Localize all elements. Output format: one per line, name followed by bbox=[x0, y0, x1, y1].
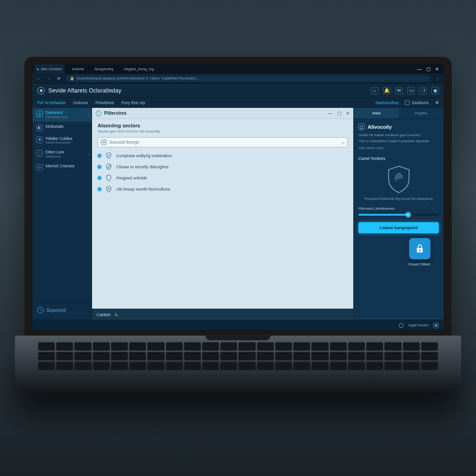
url-field[interactable]: 🔒 Dunerfirstwand ateaury, Axhinth Athmon… bbox=[66, 75, 430, 82]
option-label: Alit hnsop veorth hiorcrofions bbox=[116, 187, 170, 192]
window-minimize-button[interactable]: — bbox=[417, 66, 422, 72]
layers-icon: ◧ bbox=[36, 125, 43, 131]
support-icon: ? bbox=[37, 307, 44, 313]
panel-minimize-icon[interactable]: — bbox=[328, 111, 332, 116]
tab-icon: ▸ bbox=[37, 67, 39, 71]
lock-icon: 🔒 bbox=[70, 76, 74, 80]
sidebar-item-label: Moltorials bbox=[46, 125, 64, 129]
padlock-icon bbox=[415, 244, 425, 254]
chevron-right-icon: › bbox=[88, 112, 90, 117]
sessions-icon bbox=[405, 100, 410, 105]
topnav-item-3[interactable]: Prbettives bbox=[95, 100, 114, 105]
search-input[interactable] bbox=[109, 140, 339, 145]
sidebar-item-events[interactable]: ▭ Mernet Cremes bbox=[33, 161, 92, 173]
option-label: Pergeed ortintds bbox=[116, 176, 147, 180]
sidebar-item-codes[interactable]: ✻ Pitsibe Coldes Hasell Avchawies bbox=[33, 134, 92, 148]
window-close-button[interactable]: ✕ bbox=[435, 66, 439, 72]
sidebar-item-materials[interactable]: ◧ Moltorials bbox=[33, 122, 92, 134]
section-subtitle: Seurle gas rtnnd bont for nib snworlity bbox=[98, 129, 348, 133]
option-row-4[interactable]: Alit hnsop veorth hiorcrofions bbox=[98, 185, 348, 193]
header-window-icon[interactable]: ▭ bbox=[407, 87, 415, 94]
header-home-icon[interactable]: ⌂ bbox=[371, 87, 378, 94]
browser-tab-2[interactable]: Avitche bbox=[69, 67, 87, 71]
return-icon[interactable]: ↳ bbox=[114, 312, 118, 317]
browser-tab-4[interactable]: Hegare_Aung_Ing bbox=[121, 67, 157, 71]
protection-slider[interactable] bbox=[358, 214, 439, 216]
right-title-text: Alivocoily bbox=[368, 124, 392, 130]
right-tab-1[interactable]: JMatl bbox=[354, 108, 399, 119]
right-panel: JMatl Pegline ⬚ Alivocoily Gnettr hie In… bbox=[353, 108, 443, 320]
right-desc-2: Thie o Odhumtine ii teate Funsethier dto… bbox=[358, 139, 439, 143]
nav-reload-button[interactable]: ⟳ bbox=[56, 76, 62, 81]
tab-label: Hegare_Aung_Ing bbox=[124, 67, 154, 71]
right-tabs: JMatl Pegline bbox=[354, 108, 443, 119]
field-prefix-icon: ▤ bbox=[101, 139, 106, 145]
svg-line-0 bbox=[107, 165, 111, 169]
status-text: Iugal hesers bbox=[408, 323, 429, 327]
header-mail-icon[interactable]: ✉ bbox=[395, 87, 403, 94]
header-avatar-icon[interactable]: ◉ bbox=[431, 87, 439, 94]
bullet-icon bbox=[98, 165, 101, 169]
app-title: Sevide Aftarets Ocloratleday bbox=[48, 87, 121, 94]
status-bar: Iugal hesers ▦ bbox=[33, 320, 443, 330]
sidebar-footer-label: Soponrd bbox=[46, 307, 66, 313]
search-icon[interactable]: ⌕ bbox=[342, 140, 344, 145]
topnav-item-2[interactable]: Ontrons bbox=[73, 100, 88, 105]
topnav-item-4[interactable]: Pory thre oty bbox=[121, 100, 145, 105]
topnav-session-link[interactable]: Sactusrnhus bbox=[375, 100, 398, 105]
sidebar-item-label: Danarent bbox=[46, 111, 67, 115]
browser-tab-1[interactable]: ▸ Sen Centure bbox=[34, 64, 65, 73]
header-bell-icon[interactable]: 🔔 bbox=[383, 87, 390, 94]
bullet-icon bbox=[98, 176, 101, 180]
panel-close-icon[interactable]: ✕ bbox=[346, 111, 350, 116]
slider-label: Piterosed Latruttuneres bbox=[358, 206, 395, 211]
sidebar-item-sub: Hasell Avchawies bbox=[46, 141, 73, 145]
browser-address-bar: ← → ⟳ 🔒 Dunerfirstwand ateaury, Axhinth … bbox=[33, 73, 443, 84]
sidebar-item-sub: Faerturent lony bbox=[46, 115, 67, 119]
nav-back-button[interactable]: ← bbox=[35, 76, 42, 81]
shield-plus-icon bbox=[105, 185, 112, 193]
right-desc-3: Pitar hairtin odest bbox=[358, 146, 439, 150]
right-desc-1: Gnettr hie Inastn modteon gad Curnnhd bbox=[358, 133, 439, 137]
url-text: Dunerfirstwand ateaury, Axhinth Athmone … bbox=[77, 76, 200, 80]
top-nav: Ful' In lothauhe Ontrons Prbettives Pory… bbox=[33, 98, 443, 108]
topnav-close-icon[interactable]: ✕ bbox=[435, 100, 439, 105]
chevron-right-icon: › bbox=[88, 152, 90, 157]
shield-check-icon bbox=[105, 152, 112, 159]
large-shield-icon bbox=[386, 165, 412, 195]
panel-title: Piltervires bbox=[104, 111, 126, 116]
tab-label: Seraphottry bbox=[94, 67, 113, 71]
topnav-sessions[interactable]: Sasitions bbox=[405, 100, 429, 105]
globe-icon bbox=[399, 323, 403, 328]
option-row-1[interactable]: Corspuise waltyirg outstnation bbox=[98, 152, 348, 159]
section-title: Alsoniing seclors bbox=[98, 123, 348, 128]
laptop-keyboard bbox=[38, 342, 438, 370]
panel-footer: Caritert ↳ bbox=[92, 309, 353, 320]
search-field[interactable]: ▤ ⌕ bbox=[98, 137, 348, 147]
nav-forward-button[interactable]: → bbox=[46, 76, 52, 81]
lock-card[interactable] bbox=[409, 238, 430, 259]
header-circle-icon[interactable]: ❍ bbox=[419, 87, 427, 94]
bullet-icon bbox=[98, 154, 101, 158]
app-body: ▥ Danarent Faerturent lony › ◧ Moltorial… bbox=[33, 108, 443, 320]
activity-icon: ⬚ bbox=[358, 124, 365, 130]
option-row-3[interactable]: Pergeed ortintds bbox=[98, 174, 348, 182]
sidebar-item-data[interactable]: ◌ Diten Lies Mhatnours › bbox=[33, 147, 92, 161]
lock-caption: Desert Dttenl bbox=[405, 262, 433, 266]
topnav-item-1[interactable]: Ful' In lothauhe bbox=[37, 100, 66, 105]
panel-maximize-icon[interactable]: ▢ bbox=[337, 111, 341, 116]
sidebar-item-dashboard[interactable]: ▥ Danarent Faerturent lony › bbox=[33, 108, 92, 122]
option-row-2[interactable]: Clirase to Iecurtly ditecighes bbox=[98, 163, 348, 171]
info-icon: i bbox=[96, 111, 101, 116]
window-maximize-button[interactable]: ▢ bbox=[426, 66, 430, 72]
sidebar-support-link[interactable]: ? Soponrd bbox=[33, 303, 92, 320]
browser-tab-3[interactable]: Seraphottry bbox=[92, 67, 116, 71]
right-tab-2[interactable]: Pegline bbox=[399, 108, 444, 119]
browser-menu-icon[interactable]: ⋮ bbox=[434, 76, 441, 81]
document-icon: ▭ bbox=[36, 164, 43, 171]
main-panel: i Piltervires — ▢ ✕ Alsoniing seclors Se… bbox=[92, 108, 353, 320]
options-list: Corspuise waltyirg outstnation Clirase t… bbox=[98, 152, 348, 193]
shield-outline-icon bbox=[105, 174, 112, 182]
primary-action-button[interactable]: Lolane hangrepord bbox=[358, 222, 439, 233]
status-grid-icon[interactable]: ▦ bbox=[433, 323, 439, 328]
